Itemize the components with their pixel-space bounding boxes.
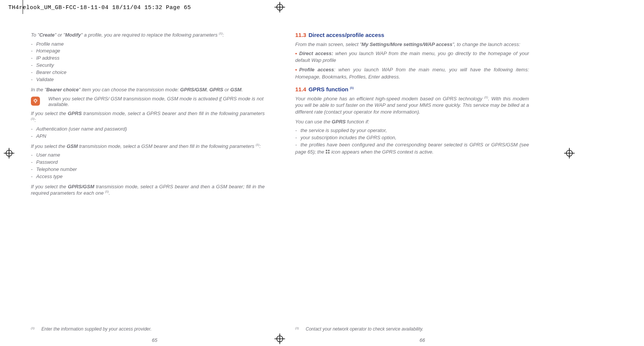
- svg-rect-13: [326, 150, 327, 151]
- text: transmission mode, select a GSM bearer a…: [78, 143, 256, 149]
- heading-number: 11.3: [295, 32, 306, 38]
- svg-rect-14: [328, 150, 330, 151]
- list-item: -Profile name: [31, 41, 265, 48]
- text: ", to change the launch access:: [452, 42, 520, 47]
- registration-mark-top: [274, 2, 285, 12]
- text: .: [109, 190, 110, 196]
- heading-11-4: 11.4GPRS function (1): [295, 86, 529, 92]
- svg-point-12: [34, 100, 37, 102]
- text: :: [259, 143, 261, 149]
- footnote-text: Enter the information supplied by your a…: [41, 326, 152, 332]
- text: transmission mode, select a GPRS bearer …: [82, 111, 265, 116]
- footnote-ref: (1): [484, 95, 488, 99]
- text-bold: GSM: [67, 143, 78, 149]
- footnote-text: Contact your network operator to check s…: [306, 326, 423, 332]
- gprs-modem-paragraph: Your mobile phone has an efficient high-…: [295, 95, 529, 115]
- footnote-mark: (1): [295, 326, 299, 330]
- footnote-mark: (1): [31, 326, 35, 330]
- tip-text: When you select the GPRS/ GSM transmissi…: [48, 96, 265, 107]
- intro-paragraph: To "Create" or "Modify" a profile, you a…: [31, 32, 265, 38]
- list-item: -IP address: [31, 55, 265, 62]
- text-bold: Profile access: [299, 67, 334, 72]
- text-bold: GPRS: [209, 87, 223, 92]
- list-item: •Direct access: when you launch WAP from…: [295, 50, 529, 65]
- gprs-gsm-paragraph: If you select the GPRS/GSM transmission …: [31, 183, 265, 197]
- registration-mark-right: [564, 148, 575, 158]
- gprs-use-intro: You can use the GPRS function if:: [295, 118, 529, 125]
- text: Your mobile phone has an efficient high-…: [295, 96, 484, 101]
- bearer-choice-paragraph: In the "Bearer choice" item you can choo…: [31, 86, 265, 93]
- crop-mark: [23, 0, 23, 14]
- footnote-ref: (1): [350, 86, 354, 89]
- list-item: -the service is supplied by your operato…: [295, 127, 529, 134]
- heading-title: GPRS function: [308, 86, 350, 92]
- text: If you select the: [31, 184, 68, 189]
- print-header: TH4relook_UM_GB-FCC-18-11-04 18/11/04 15…: [8, 5, 191, 11]
- list-item: •Profile access: when you launch WAP fro…: [295, 66, 529, 81]
- text: " item you can choose the transmission m…: [79, 87, 180, 92]
- heading-number: 11.4: [295, 86, 306, 92]
- list-item: -Security: [31, 62, 265, 69]
- gprs-select-paragraph: If you select the GPRS transmission mode…: [31, 110, 265, 123]
- list-item: -Access type: [31, 173, 265, 180]
- text-bold: Bearer choice: [46, 87, 79, 92]
- text: You can use the: [295, 119, 332, 125]
- footnote-right: (1)Contact your network operator to chec…: [295, 326, 529, 332]
- text: " or ": [55, 32, 65, 38]
- text-bold: GPRS/GSM: [180, 87, 207, 92]
- gprs-conditions-list: -the service is supplied by your operato…: [295, 127, 529, 155]
- footnote-ref: (1): [219, 32, 223, 35]
- gsm-params-list: -User name -Password -Telephone number -…: [31, 152, 265, 180]
- list-item: -Telephone number: [31, 166, 265, 173]
- text: If you select the: [31, 143, 67, 149]
- text-bold: GPRS/GSM: [68, 184, 94, 189]
- page-number-left: 65: [147, 337, 162, 343]
- list-item: -Password: [31, 159, 265, 166]
- text-bold: Direct access:: [299, 51, 333, 56]
- text: " a profile, you are required to replace…: [81, 32, 219, 38]
- profile-params-list: -Profile name -Homepage -IP address -Sec…: [31, 41, 265, 83]
- text: icon appears when the GPRS context is ac…: [331, 149, 434, 155]
- text: :: [35, 117, 36, 123]
- gprs-params-list: -Authentication (user name and password)…: [31, 126, 265, 140]
- heading-11-3: 11.3Direct access/profile access: [295, 32, 529, 38]
- text-bold: GPRS: [332, 119, 346, 125]
- list-item: -Bearer choice: [31, 69, 265, 76]
- text-bold: GPRS: [68, 111, 82, 116]
- text-bold: Modify: [65, 32, 81, 38]
- list-item: -Authentication (user name and password): [31, 126, 265, 133]
- list-item: -Validate: [31, 76, 265, 83]
- registration-mark-bottom: [274, 334, 285, 344]
- text: :: [222, 32, 224, 38]
- list-item: -your subscription includes the GPRS opt…: [295, 134, 529, 141]
- text: If you select the: [31, 111, 68, 116]
- page-number-right: 66: [415, 337, 430, 343]
- page-66: 11.3Direct access/profile access From th…: [295, 32, 529, 158]
- text: function if:: [346, 119, 370, 125]
- text-bold: Create: [39, 32, 54, 38]
- gsm-select-paragraph: If you select the GSM transmission mode,…: [31, 143, 265, 150]
- list-item: -the profiles have been configured and t…: [295, 141, 529, 156]
- heading-title: Direct access/profile access: [308, 32, 384, 38]
- footnote-ref: (1): [31, 117, 35, 120]
- svg-rect-15: [326, 152, 327, 154]
- footnote-ref: (1): [105, 190, 109, 193]
- list-item: -User name: [31, 152, 265, 159]
- list-item: -Homepage: [31, 48, 265, 55]
- gprs-icon: [325, 149, 330, 154]
- text: or: [223, 87, 230, 92]
- text: To ": [31, 32, 39, 38]
- svg-rect-16: [328, 152, 330, 154]
- lightbulb-icon: [31, 97, 40, 106]
- text: .: [241, 87, 243, 92]
- text-bold: My Settings/More settings/WAP access: [362, 42, 452, 47]
- tip-box: When you select the GPRS/ GSM transmissi…: [31, 96, 265, 107]
- registration-mark-left: [4, 148, 14, 158]
- page-65: To "Create" or "Modify" a profile, you a…: [31, 32, 265, 199]
- text: In the ": [31, 87, 46, 92]
- footnote-ref: (1): [256, 143, 259, 146]
- text-bold: GSM: [230, 87, 242, 92]
- text: From the main screen, select ": [295, 42, 362, 47]
- footnote-left: (1)Enter the information supplied by you…: [31, 326, 265, 332]
- wap-access-paragraph: From the main screen, select "My Setting…: [295, 41, 529, 48]
